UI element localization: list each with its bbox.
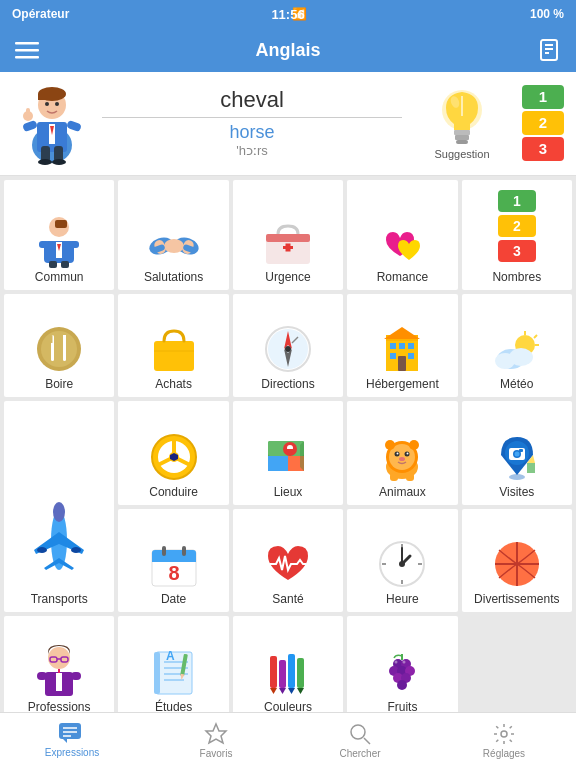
svg-rect-36 <box>69 241 79 248</box>
person-illustration <box>12 80 92 165</box>
animaux-label: Animaux <box>379 485 426 499</box>
svg-rect-26 <box>454 130 470 135</box>
divertissements-label: Divertissements <box>474 592 559 606</box>
svg-rect-38 <box>61 261 69 268</box>
svg-rect-143 <box>37 672 47 680</box>
grid-item-conduire[interactable]: Conduire <box>118 401 228 505</box>
svg-rect-31 <box>55 220 67 228</box>
menu-button[interactable] <box>12 35 42 65</box>
category-grid: Commun Salutations Urgence <box>0 176 576 724</box>
nombres-1: 1 <box>498 190 536 212</box>
grid-item-sante[interactable]: Santé <box>233 509 343 613</box>
svg-rect-37 <box>49 261 57 268</box>
svg-point-107 <box>407 452 409 454</box>
grid-item-animaux[interactable]: Animaux <box>347 401 457 505</box>
svg-rect-71 <box>408 353 414 359</box>
grid-item-achats[interactable]: Achats <box>118 294 228 398</box>
search-word: cheval <box>102 87 402 118</box>
grid-item-transports[interactable]: Transports <box>4 401 114 612</box>
grid-item-professions[interactable]: Professions <box>4 616 114 720</box>
svg-marker-160 <box>288 688 295 694</box>
notebook-button[interactable] <box>534 35 564 65</box>
grid-item-commun[interactable]: Commun <box>4 180 114 290</box>
svg-rect-112 <box>406 473 414 481</box>
svg-rect-0 <box>15 42 39 45</box>
grid-item-boire[interactable]: Boire <box>4 294 114 398</box>
svg-point-84 <box>37 547 47 553</box>
grid-item-hebergement[interactable]: Hébergement <box>347 294 457 398</box>
grid-item-divertissements[interactable]: Divertissements <box>462 509 572 613</box>
svg-point-12 <box>55 102 59 106</box>
grid-item-salutations[interactable]: Salutations <box>118 180 228 290</box>
svg-rect-141 <box>56 673 62 691</box>
grid-item-heure[interactable]: Heure <box>347 509 457 613</box>
svg-rect-156 <box>288 654 295 688</box>
number-3: 3 <box>522 137 564 161</box>
date-label: Date <box>161 592 186 606</box>
page-title: Anglais <box>255 40 320 61</box>
search-input-area[interactable]: cheval horse 'hɔːrs <box>102 87 402 158</box>
svg-point-79 <box>495 353 515 369</box>
svg-point-136 <box>48 647 70 669</box>
svg-point-108 <box>399 457 405 461</box>
search-area: cheval horse 'hɔːrs Suggestion 1 2 3 <box>0 72 576 176</box>
grid-item-romance[interactable]: Romance <box>347 180 457 290</box>
grid-item-visites[interactable]: Visites <box>462 401 572 505</box>
operator-label: Opérateur <box>12 7 69 21</box>
svg-marker-120 <box>527 463 535 473</box>
svg-marker-159 <box>279 688 286 694</box>
boire-label: Boire <box>45 377 73 391</box>
grid-item-couleurs[interactable]: Couleurs <box>233 616 343 720</box>
meteo-label: Météo <box>500 377 533 391</box>
tab-expressions-label: Expressions <box>45 747 99 758</box>
grid-item-date[interactable]: 8 Date <box>118 509 228 613</box>
grid-item-etudes[interactable]: A Études <box>118 616 228 720</box>
time-label: 11:56 <box>271 7 304 22</box>
grid-item-urgence[interactable]: Urgence <box>233 180 343 290</box>
svg-rect-17 <box>66 120 82 132</box>
svg-rect-125 <box>162 546 166 556</box>
svg-marker-66 <box>384 327 420 339</box>
svg-point-62 <box>285 346 291 352</box>
svg-rect-126 <box>182 546 186 556</box>
grid-item-fruits[interactable]: Fruits <box>347 616 457 720</box>
suggestion-label: Suggestion <box>434 148 489 160</box>
sante-label: Santé <box>272 592 303 606</box>
tab-favoris[interactable]: Favoris <box>144 713 288 768</box>
svg-point-106 <box>397 452 399 454</box>
svg-point-179 <box>351 725 365 739</box>
svg-rect-144 <box>71 672 81 680</box>
search-translation: horse <box>229 122 274 143</box>
svg-rect-70 <box>390 353 396 359</box>
nav-bar: Anglais <box>0 28 576 72</box>
number-1: 1 <box>522 85 564 109</box>
svg-line-75 <box>534 335 537 338</box>
svg-rect-10 <box>38 94 45 100</box>
grid-item-directions[interactable]: Directions <box>233 294 343 398</box>
urgence-label: Urgence <box>265 270 310 284</box>
tab-chercher[interactable]: Chercher <box>288 713 432 768</box>
svg-marker-158 <box>270 688 277 694</box>
transports-label: Transports <box>31 592 88 606</box>
tab-bar: Expressions Favoris Chercher Réglages <box>0 712 576 768</box>
battery-label: 100 % <box>530 7 564 21</box>
svg-rect-111 <box>390 473 398 481</box>
svg-point-110 <box>409 440 419 450</box>
suggestion-area[interactable]: Suggestion <box>412 86 512 160</box>
conduire-label: Conduire <box>149 485 198 499</box>
svg-point-43 <box>164 239 184 253</box>
svg-rect-154 <box>270 656 277 688</box>
grid-item-lieux[interactable]: Lieux <box>233 401 343 505</box>
svg-rect-95 <box>268 456 288 471</box>
svg-marker-178 <box>206 724 226 743</box>
numbers-block[interactable]: 1 2 3 <box>522 85 564 161</box>
svg-rect-68 <box>399 343 405 349</box>
svg-rect-157 <box>297 658 304 688</box>
hebergement-label: Hébergement <box>366 377 439 391</box>
grid-item-meteo[interactable]: Météo <box>462 294 572 398</box>
tab-expressions[interactable]: Expressions <box>0 713 144 768</box>
svg-point-109 <box>385 440 395 450</box>
grid-item-nombres[interactable]: 1 2 3 Nombres <box>462 180 572 290</box>
tab-reglages-label: Réglages <box>483 748 525 759</box>
tab-reglages[interactable]: Réglages <box>432 713 576 768</box>
